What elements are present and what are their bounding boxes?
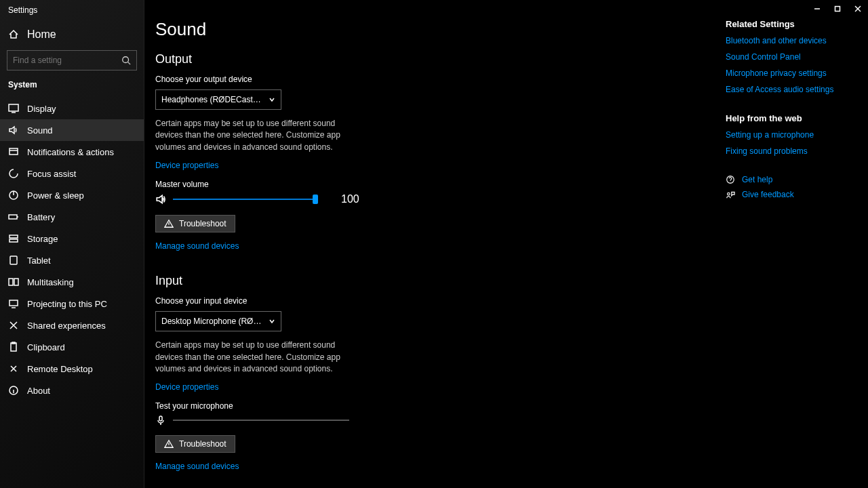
- test-mic-label: Test your microphone: [155, 401, 726, 411]
- svg-rect-1: [835, 7, 840, 12]
- search-input-wrap[interactable]: [7, 50, 137, 70]
- svg-rect-19: [9, 300, 18, 306]
- sidebar-item-projecting[interactable]: Projecting to this PC: [0, 293, 144, 314]
- input-desc: Certain apps may be set up to use differ…: [155, 340, 359, 375]
- give-feedback-link[interactable]: Give feedback: [726, 190, 857, 199]
- sidebar-item-multitasking[interactable]: Multitasking: [0, 271, 144, 293]
- sidebar-item-storage[interactable]: Storage: [0, 228, 144, 249]
- sidebar-item-tablet[interactable]: Tablet: [0, 249, 144, 271]
- sidebar-item-clipboard[interactable]: Clipboard: [0, 336, 144, 358]
- help-icon: [726, 175, 735, 184]
- input-heading: Input: [155, 274, 726, 288]
- mic-level-bar: [173, 420, 349, 421]
- svg-rect-6: [9, 104, 18, 111]
- right-panel: Related Settings Bluetooth and other dev…: [726, 0, 868, 488]
- microphone-icon: [155, 415, 166, 426]
- maximize-button[interactable]: [827, 0, 848, 18]
- svg-line-5: [128, 62, 131, 65]
- input-troubleshoot-button[interactable]: Troubleshoot: [155, 435, 235, 453]
- warning-icon: [164, 439, 174, 449]
- speaker-icon[interactable]: [155, 193, 167, 205]
- sidebar-home[interactable]: Home: [0, 23, 144, 50]
- help-web-heading: Help from the web: [726, 113, 857, 123]
- svg-point-4: [123, 57, 129, 63]
- group-label: System: [0, 80, 144, 98]
- clipboard-icon: [8, 342, 19, 352]
- focus-assist-icon: [8, 168, 19, 179]
- input-choose-label: Choose your input device: [155, 296, 726, 306]
- home-label: Home: [27, 28, 56, 41]
- sidebar-item-notifications[interactable]: Notifications & actions: [0, 141, 144, 163]
- svg-rect-16: [10, 256, 17, 264]
- power-icon: [8, 190, 19, 201]
- feedback-icon: [726, 190, 735, 199]
- sidebar-item-display[interactable]: Display: [0, 98, 144, 119]
- output-troubleshoot-button[interactable]: Troubleshoot: [155, 215, 235, 232]
- input-manage-link[interactable]: Manage sound devices: [155, 462, 239, 471]
- battery-icon: [8, 211, 19, 222]
- sidebar-item-shared-experiences[interactable]: Shared experiences: [0, 314, 144, 336]
- titlebar: [807, 0, 868, 18]
- warning-icon: [164, 219, 174, 228]
- link-mic-privacy[interactable]: Microphone privacy settings: [726, 68, 857, 78]
- master-volume-slider[interactable]: [173, 199, 315, 200]
- chevron-down-icon: [269, 96, 275, 103]
- output-choose-label: Choose your output device: [155, 75, 726, 84]
- output-device-dropdown[interactable]: Headphones (RØDECaster Pro II Sec...: [155, 89, 281, 110]
- shared-icon: [8, 320, 19, 331]
- master-volume-label: Master volume: [155, 180, 726, 189]
- master-volume-value: 100: [341, 193, 359, 205]
- svg-rect-18: [14, 279, 18, 285]
- svg-rect-27: [159, 416, 162, 421]
- sidebar-item-about[interactable]: About: [0, 380, 144, 401]
- link-sound-control-panel[interactable]: Sound Control Panel: [726, 52, 857, 62]
- window-title: Settings: [0, 5, 144, 23]
- link-fix-sound[interactable]: Fixing sound problems: [726, 146, 857, 156]
- multitasking-icon: [8, 277, 19, 287]
- storage-icon: [8, 233, 19, 244]
- input-device-dropdown[interactable]: Desktop Microphone (RØDECaster P...: [155, 311, 281, 331]
- sidebar-item-remote-desktop[interactable]: Remote Desktop: [0, 358, 144, 380]
- svg-rect-8: [9, 148, 18, 155]
- close-button[interactable]: [848, 0, 868, 18]
- display-icon: [8, 103, 19, 114]
- output-device-properties-link[interactable]: Device properties: [155, 161, 218, 170]
- svg-rect-17: [9, 279, 13, 285]
- sidebar-item-focus-assist[interactable]: Focus assist: [0, 163, 144, 184]
- search-icon: [121, 56, 131, 65]
- link-bluetooth[interactable]: Bluetooth and other devices: [726, 36, 857, 45]
- input-device-properties-link[interactable]: Device properties: [155, 382, 218, 392]
- svg-rect-14: [9, 235, 18, 238]
- link-setup-mic[interactable]: Setting up a microphone: [726, 130, 857, 140]
- search-input[interactable]: [13, 56, 121, 65]
- about-icon: [8, 385, 19, 396]
- sidebar-item-power-sleep[interactable]: Power & sleep: [0, 184, 144, 206]
- get-help-link[interactable]: Get help: [726, 175, 857, 184]
- projecting-icon: [8, 298, 19, 309]
- sidebar-item-battery[interactable]: Battery: [0, 206, 144, 228]
- output-heading: Output: [155, 52, 726, 66]
- page-title: Sound: [155, 19, 726, 40]
- svg-rect-20: [11, 343, 16, 351]
- chevron-down-icon: [269, 318, 275, 325]
- svg-rect-12: [9, 215, 17, 219]
- link-ease-of-access-audio[interactable]: Ease of Access audio settings: [726, 85, 857, 94]
- sound-icon: [8, 125, 19, 136]
- svg-point-39: [728, 192, 730, 195]
- tablet-icon: [8, 255, 19, 266]
- home-icon: [8, 29, 19, 40]
- related-settings-heading: Related Settings: [726, 19, 857, 29]
- minimize-button[interactable]: [807, 0, 827, 18]
- content: Sound Output Choose your output device H…: [144, 0, 726, 488]
- notifications-icon: [8, 146, 19, 157]
- output-manage-link[interactable]: Manage sound devices: [155, 241, 239, 251]
- svg-rect-15: [9, 239, 18, 242]
- output-desc: Certain apps may be set up to use differ…: [155, 118, 359, 153]
- remote-desktop-icon: [8, 363, 19, 374]
- sidebar-item-sound[interactable]: Sound: [0, 119, 144, 141]
- sidebar: Settings Home System Display Sound Notif…: [0, 0, 144, 488]
